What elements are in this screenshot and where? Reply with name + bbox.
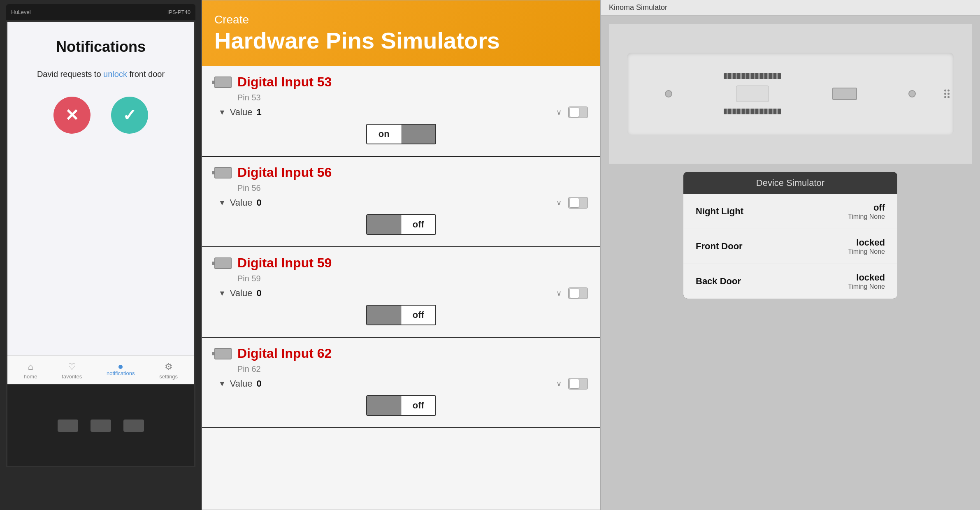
phone-screen-content: Notifications David requests to unlock f… <box>7 22 194 355</box>
device-sim-val-text-1: locked <box>848 237 885 248</box>
pin-val-label-59: Value <box>230 288 253 299</box>
pin-value-row-56: ▼ Value 0 ∨ <box>218 197 588 209</box>
device-sim-val-text-2: locked <box>848 272 885 283</box>
right-simulator-area: Device Simulator Night Light off Timing … <box>601 16 980 510</box>
pin-val-num-53: 1 <box>256 107 261 118</box>
pin-title-59: Digital Input 59 <box>237 255 332 271</box>
pin-arrow-62: ▼ <box>218 380 226 388</box>
device-button-3[interactable] <box>123 420 144 432</box>
pin-icon-59 <box>214 257 232 269</box>
device-sim-row-0: Night Light off Timing None <box>683 194 897 229</box>
dot-pin-2 <box>947 90 950 92</box>
home-icon: ⌂ <box>28 362 33 372</box>
device-sim-val-timing-1: Timing None <box>848 248 885 255</box>
phone-nav-bar: ⌂ home ♡ favorites notifications ⚙ setti… <box>7 355 194 384</box>
notifications-dot <box>118 365 123 369</box>
pin-val-label-62: Value <box>230 378 253 389</box>
nav-item-home[interactable]: ⌂ home <box>24 362 37 380</box>
favorites-icon: ♡ <box>68 362 76 372</box>
device-bottom <box>6 385 195 467</box>
phone-device-panel: HuLevel IPS-PT40 Notifications David req… <box>0 0 202 510</box>
dot-pin-5 <box>944 96 946 98</box>
hardware-area <box>609 24 972 164</box>
pin-header-56: Digital Input 56 <box>214 165 588 180</box>
toggle-switch-62[interactable]: off <box>366 395 436 416</box>
pin-header-53: Digital Input 53 <box>214 74 588 90</box>
device-label-left: HuLevel <box>11 9 31 15</box>
pin-chevron-59: ∨ <box>556 289 562 298</box>
settings-icon: ⚙ <box>165 362 173 372</box>
pin-chevron-62: ∨ <box>556 379 562 388</box>
reject-button[interactable]: ✕ <box>53 97 91 134</box>
pin-val-num-59: 0 <box>256 288 261 299</box>
pin-val-label-56: Value <box>230 197 253 208</box>
nav-item-notifications[interactable]: notifications <box>107 365 135 376</box>
device-sim-title-bar: Device Simulator <box>683 172 897 194</box>
toggle-switch-56[interactable]: off <box>366 214 436 235</box>
device-button-2[interactable] <box>91 420 111 432</box>
device-sim-val-text-0: off <box>848 202 885 213</box>
pin-toggle-mini-59[interactable] <box>568 287 588 299</box>
device-sim-value-1: locked Timing None <box>848 237 885 255</box>
toggle-on-label-59 <box>367 306 402 325</box>
pin-row-53: Digital Input 53 Pin 53 ▼ Value 1 ∨ on <box>202 66 600 157</box>
accept-icon: ✓ <box>123 106 137 125</box>
accept-button[interactable]: ✓ <box>111 97 148 134</box>
notification-buttons: ✕ ✓ <box>7 97 194 134</box>
chip-element <box>736 86 769 102</box>
dots-cluster <box>944 90 950 98</box>
notifications-label: notifications <box>107 370 135 376</box>
pin-toggle-mini-53[interactable] <box>568 107 588 118</box>
pin-toggle-mini-56[interactable] <box>568 197 588 209</box>
toggle-on-label-56 <box>367 215 402 234</box>
toggle-container-62: off <box>214 395 588 416</box>
notification-message: David requests to unlock front door <box>7 68 194 80</box>
pin-val-label-53: Value <box>230 107 253 118</box>
message-post: front door <box>127 70 165 79</box>
message-pre: David requests to <box>37 70 103 79</box>
device-top-bar: HuLevel IPS-PT40 <box>6 4 195 20</box>
pin-value-row-62: ▼ Value 0 ∨ <box>218 378 588 389</box>
nav-item-settings[interactable]: ⚙ settings <box>159 362 178 380</box>
nav-item-favorites[interactable]: ♡ favorites <box>62 362 82 380</box>
pin-header-62: Digital Input 62 <box>214 346 588 361</box>
pin-chevron-53: ∨ <box>556 108 562 117</box>
message-link: unlock <box>103 70 127 79</box>
toggle-on-label-53: on <box>367 125 402 144</box>
settings-label: settings <box>159 373 178 380</box>
toggle-switch-59[interactable]: off <box>366 305 436 325</box>
device-sim-label-0: Night Light <box>696 206 743 217</box>
toggle-switch-53[interactable]: on <box>366 124 436 144</box>
pin-arrow-56: ▼ <box>218 199 226 207</box>
pin-header-59: Digital Input 59 <box>214 255 588 271</box>
pin-row-62: Digital Input 62 Pin 62 ▼ Value 0 ∨ off <box>202 338 600 428</box>
reject-icon: ✕ <box>65 106 79 125</box>
board-screw-tr <box>908 90 916 97</box>
device-screen: Notifications David requests to unlock f… <box>7 22 194 384</box>
simulator-title: Hardware Pins Simulators <box>214 28 588 53</box>
right-panel: Kinoma Simulator <box>601 0 980 510</box>
device-sim-title: Device Simulator <box>756 178 824 188</box>
dot-pin-4 <box>947 93 950 95</box>
pin-arrow-53: ▼ <box>218 108 226 117</box>
pin-chevron-56: ∨ <box>556 198 562 207</box>
pin-icon-53 <box>214 76 232 88</box>
pin-toggle-mini-62[interactable] <box>568 378 588 389</box>
device-sim-label-2: Back Door <box>696 276 741 287</box>
create-label: Create <box>214 13 588 26</box>
right-title-bar: Kinoma Simulator <box>601 0 980 16</box>
toggle-off-label-56: off <box>402 215 436 234</box>
device-sim-row-2: Back Door locked Timing None <box>683 264 897 299</box>
kinoma-body: Digital Input 53 Pin 53 ▼ Value 1 ∨ on <box>202 66 600 510</box>
dot-pin-1 <box>944 90 946 92</box>
header-pins-bottom <box>724 109 781 114</box>
pin-title-56: Digital Input 56 <box>237 165 332 180</box>
pin-arrow-59: ▼ <box>218 289 226 298</box>
pin-row-59: Digital Input 59 Pin 59 ▼ Value 0 ∨ off <box>202 247 600 338</box>
header-pins-top <box>724 73 781 79</box>
toggle-container-56: off <box>214 214 588 235</box>
dot-pin-3 <box>944 93 946 95</box>
device-button-1[interactable] <box>58 420 78 432</box>
toggle-off-label-59: off <box>402 306 436 325</box>
device-sim-value-0: off Timing None <box>848 202 885 220</box>
